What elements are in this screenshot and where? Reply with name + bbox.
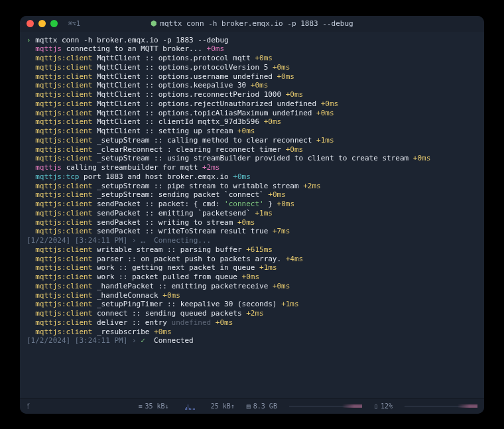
log-line: mqttjs:client _setupStream :: calling me…	[27, 136, 477, 145]
status-connecting: [1/2/2024] [3:24:11 PM] › … Connecting..…	[27, 236, 211, 245]
log-message: _setupStream :: calling method to clear …	[97, 136, 312, 145]
log-message: _setupStream: sending packet `connect`	[97, 190, 264, 199]
log-line: mqttjs:client _setupStream :: pipe strea…	[27, 182, 477, 191]
log-timing: +0ms	[273, 282, 290, 290]
log-namespace: mqttjs:client	[35, 136, 92, 145]
log-timing: +0ms	[233, 172, 251, 181]
log-namespace: mqttjs:client	[35, 72, 92, 81]
log-namespace: mqttjs:client	[35, 245, 92, 254]
log-timing: +0ms	[316, 109, 334, 117]
log-message: _handleConnack	[97, 291, 158, 300]
log-namespace: mqttjs:client	[35, 209, 92, 217]
log-line: mqttjs:client sendPacket :: writeToStrea…	[27, 227, 477, 236]
log-line: mqttjs:client sendPacket :: emitting `pa…	[27, 209, 477, 218]
log-line: mqttjs:client MqttClient :: setting up s…	[27, 127, 477, 136]
log-namespace: mqttjs:client	[35, 309, 92, 318]
log-timing: +0ms	[207, 44, 225, 53]
log-timing: +0ms	[251, 81, 269, 90]
log-namespace: mqttjs:client	[35, 54, 92, 62]
log-dim: undefined	[172, 318, 212, 327]
log-namespace: mqttjs:client	[35, 182, 92, 190]
log-message: connect :: sending queued packets	[97, 309, 242, 318]
log-namespace: mqttjs:client	[35, 200, 92, 208]
log-timing: +1ms	[281, 300, 299, 308]
traffic-lights	[27, 20, 58, 27]
log-line: mqttjs:client work :: getting next packe…	[27, 263, 477, 273]
log-line: mqttjs:client _setupPingTimer :: keepali…	[27, 300, 477, 309]
log-namespace: mqttjs:client	[35, 127, 92, 135]
log-namespace: mqttjs:client	[35, 282, 92, 290]
net-up-stat: 25 kB↑	[211, 402, 235, 410]
status-connected: Connected	[145, 336, 194, 345]
log-line: mqttjs:client _handleConnack +0ms	[27, 291, 477, 300]
log-namespace: mqttjs	[35, 44, 62, 53]
log-message: _resubscribe	[97, 328, 149, 336]
log-message: MqttClient :: options.protocol mqtt	[97, 54, 251, 62]
log-line: mqttjs:client MqttClient :: options.user…	[27, 72, 477, 82]
terminal-body[interactable]: › mqttx conn -h broker.emqx.io -p 1883 -…	[20, 32, 484, 398]
log-namespace: mqttjs:client	[35, 81, 92, 90]
log-namespace: mqttjs:client	[35, 227, 92, 235]
log-timing: +0ms	[154, 328, 172, 336]
battery-graph	[405, 406, 477, 406]
log-timing: +2ms	[246, 309, 264, 318]
log-namespace: mqttjs	[35, 163, 62, 172]
log-line: mqttjs calling streambuilder for mqtt +2…	[27, 163, 477, 172]
net-down-stat: ≡35 kB↓	[138, 402, 168, 410]
log-line: mqttjs:client MqttClient :: options.reje…	[27, 99, 477, 109]
log-message: work :: packet pulled from queue	[97, 273, 237, 281]
git-branch-icon: ᚶ	[27, 402, 31, 410]
log-message: writable stream :: parsing buffer	[97, 245, 242, 254]
minimize-button[interactable]	[38, 20, 46, 27]
log-namespace: mqttjs:client	[35, 273, 92, 281]
log-message: sendPacket :: writing to stream	[97, 218, 233, 227]
log-message: MqttClient :: setting up stream	[97, 127, 233, 135]
log-quoted: 'connect'	[224, 200, 264, 208]
log-line: mqttjs:client MqttClient :: options.prot…	[27, 63, 477, 72]
log-namespace: mqttjs:client	[35, 99, 92, 108]
log-timing: +0ms	[277, 200, 295, 208]
log-timing: +0ms	[273, 63, 290, 72]
log-timing: +0ms	[216, 318, 233, 327]
log-line: mqttjs:client _clearReconnect : clearing…	[27, 145, 477, 154]
log-line: mqttjs:client MqttClient :: clientId mqt…	[27, 117, 477, 127]
log-namespace: mqttjs:client	[35, 117, 92, 126]
log-message: MqttClient :: options.reconnectPeriod 10…	[97, 90, 281, 99]
log-timing: +2ms	[303, 182, 321, 190]
process-icon: ⬢	[151, 19, 157, 28]
log-line: mqttjs:client MqttClient :: options.topi…	[27, 109, 477, 118]
log-namespace: mqttjs:client	[35, 255, 92, 263]
log-namespace: mqttjs:client	[35, 63, 92, 72]
zoom-button[interactable]	[50, 20, 58, 27]
check-icon: ✓	[141, 336, 145, 345]
close-button[interactable]	[27, 20, 34, 27]
log-timing: +0ms	[413, 154, 431, 162]
log-line: mqttjs:client MqttClient :: options.prot…	[27, 54, 477, 63]
log-message: _setupStream :: using streamBuilder prov…	[97, 154, 409, 162]
log-message: _setupStream :: pipe stream to writable …	[97, 182, 299, 190]
log-line: mqttjs connecting to an MQTT broker... +…	[27, 44, 477, 54]
log-timing: +0ms	[286, 90, 304, 99]
log-line: mqttjs:client MqttClient :: options.reco…	[27, 90, 477, 99]
log-namespace: mqttjs:client	[35, 190, 92, 199]
status-connected-line: [1/2/2024] [3:24:11 PM] › ✓ Connected	[27, 336, 477, 345]
log-message: MqttClient :: options.topicAliasMaximum …	[97, 109, 312, 117]
log-message: connecting to an MQTT broker...	[66, 44, 202, 53]
log-timing: +0ms	[268, 190, 286, 199]
log-line: mqttjs:client parser :: on packet push t…	[27, 255, 477, 264]
tab-shortcut-label: ⌘⌥1	[68, 20, 80, 27]
log-line: mqttjs:tcp port 1883 and host broker.emq…	[27, 172, 477, 182]
net-sparkline	[185, 403, 195, 410]
log-timing: +1ms	[255, 209, 273, 217]
log-timing: +0ms	[286, 145, 304, 154]
log-timing: +0ms	[162, 291, 180, 300]
log-timing: +1ms	[259, 263, 277, 272]
log-namespace: mqttjs:client	[35, 300, 92, 308]
status-ts: [1/2/2024] [3:24:11 PM] ›	[27, 336, 141, 345]
log-line: mqttjs:client writable stream :: parsing…	[27, 245, 477, 255]
log-message: calling streambuilder for mqtt	[66, 163, 198, 172]
log-message: MqttClient :: options.username undefined	[97, 72, 273, 81]
log-namespace: mqttjs:client	[35, 145, 92, 154]
statusbar: ᚶ ≡35 kB↓ 25 kB↑ ▤8.3 GB ▯12%	[20, 398, 484, 414]
log-namespace: mqttjs:client	[35, 328, 92, 336]
